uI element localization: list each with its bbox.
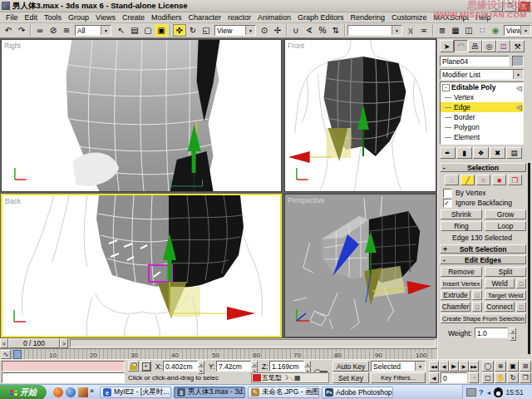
taskbar-item-photoshop[interactable]: Ps Adobe Photoshop — [322, 387, 393, 398]
min-max-toggle-button[interactable]: ❐ — [520, 372, 531, 383]
ime-keyboard-icon[interactable]: ▦ — [294, 374, 301, 382]
stack-row-edge-selected[interactable]: Edge◁ — [441, 102, 523, 112]
stack-row-border[interactable]: Border — [441, 112, 523, 122]
browser-quicklaunch-icon[interactable] — [66, 387, 76, 397]
weight-spinner[interactable]: ▴ ▾ — [510, 328, 516, 341]
make-unique-button[interactable]: ❖ — [473, 147, 489, 159]
weld-button[interactable]: Weld — [485, 278, 515, 288]
set-key-button[interactable]: Set Key — [332, 372, 369, 383]
curve-editor-button[interactable]: ▦ — [449, 24, 462, 37]
reference-coordinate-dropdown[interactable]: View ▼ — [214, 25, 256, 36]
select-and-rotate-button[interactable]: ↻ — [186, 24, 200, 37]
render-scene-button[interactable]: ◉ — [489, 24, 502, 37]
rollout-edit-edges[interactable]: - Edit Edges — [440, 255, 526, 264]
tab-modify[interactable]: ◠ — [454, 40, 468, 52]
viewport-label-perspective[interactable]: Perspective — [288, 196, 324, 204]
time-slider-handle[interactable] — [13, 350, 22, 359]
create-shape-button[interactable]: Create Shape From Selection — [441, 313, 526, 323]
viewport-perspective[interactable]: Perspective — [284, 194, 436, 337]
rollout-selection[interactable]: - Selection — [440, 163, 526, 172]
layer-manager-button[interactable]: ≣ — [436, 24, 449, 37]
minimize-button[interactable]: _ — [490, 1, 503, 12]
viewport-label-right[interactable]: Right — [4, 42, 21, 50]
modifier-list-dropdown[interactable]: Modifier List ▼ — [440, 69, 524, 80]
viewport-label-back[interactable]: Back — [5, 197, 21, 205]
ime-logo-icon[interactable] — [253, 374, 261, 382]
dropdown-arrow-icon[interactable]: ▼ — [520, 26, 530, 35]
maxscript-mini-listener-pink[interactable] — [2, 361, 125, 372]
stack-row-vertex[interactable]: Vertex — [441, 92, 523, 102]
ime-mode-label[interactable]: 五笔型 — [262, 373, 282, 382]
tab-create[interactable]: ➤ — [440, 40, 454, 52]
spinner-snap-button[interactable]: ⇅ — [329, 24, 342, 37]
auto-key-button[interactable]: Auto Key — [332, 361, 369, 372]
zoom-extents-all-button[interactable]: ⊞ — [520, 361, 531, 372]
panel-scrollbar[interactable] — [528, 163, 530, 354]
weight-field[interactable]: 1.0 — [475, 328, 508, 338]
dropdown-arrow-icon[interactable]: ▼ — [101, 26, 111, 35]
maxscript-mini-listener-white[interactable] — [2, 372, 125, 383]
printer-tray-icon[interactable] — [466, 388, 476, 397]
select-and-scale-button[interactable]: ◱ — [200, 24, 213, 37]
menu-character[interactable]: Character — [185, 13, 224, 22]
stack-row-polygon[interactable]: Polygon — [441, 122, 523, 132]
start-button[interactable]: 开始 — [0, 385, 47, 399]
help-tray-icon[interactable]: ? — [479, 388, 484, 397]
stack-row-editable-poly[interactable]: − Editable Poly ◁ — [441, 82, 523, 92]
schematic-view-button[interactable]: ◫ — [462, 24, 475, 37]
quicklaunch-more-icon[interactable]: » — [90, 387, 94, 395]
subobject-edge-button[interactable]: ╱ — [461, 175, 475, 185]
dropdown-arrow-icon[interactable]: ▼ — [513, 70, 523, 79]
menu-create[interactable]: Create — [119, 13, 148, 22]
selection-lock-toggle[interactable] — [128, 361, 139, 372]
tab-motion[interactable]: ◎ — [482, 40, 496, 52]
remove-modifier-button[interactable]: ✖ — [490, 147, 505, 159]
go-to-end-button[interactable]: ▶▶ — [469, 361, 479, 372]
y-coordinate-field[interactable]: 7.42cm — [216, 361, 251, 372]
snap-toggle-button[interactable]: ∪ — [289, 24, 303, 37]
qq-tray-icon[interactable] — [494, 387, 503, 397]
grow-button[interactable]: Grow — [485, 209, 526, 219]
connect-settings-button[interactable]: □ — [516, 302, 526, 312]
x-spinner[interactable]: ▴▾ — [198, 361, 204, 374]
absolute-mode-toggle[interactable]: + — [140, 361, 151, 372]
menu-views[interactable]: Views — [92, 13, 119, 22]
ime-punct-icon[interactable]: ·, — [289, 374, 293, 382]
ignore-backfacing-checkbox[interactable]: ✓ — [443, 199, 452, 208]
play-button[interactable]: ▶ — [449, 361, 459, 372]
dropdown-arrow-icon[interactable]: ▼ — [245, 26, 255, 35]
window-crossing-toggle[interactable]: ▣ — [155, 24, 168, 37]
time-slider-right-button[interactable]: > — [60, 338, 68, 348]
render-type-dropdown[interactable]: View ▼ — [504, 25, 531, 36]
chamfer-button[interactable]: Chamfer — [441, 302, 470, 312]
time-slider-track[interactable] — [70, 339, 436, 347]
dropdown-arrow-icon[interactable]: ▼ — [392, 26, 401, 35]
menu-edit[interactable]: Edit — [22, 13, 42, 22]
spin-down-icon[interactable]: ▾ — [198, 367, 204, 374]
connect-button[interactable]: Connect — [485, 302, 515, 312]
spin-down-icon[interactable]: ▾ — [510, 334, 516, 341]
time-configuration-button[interactable]: ◔ — [469, 372, 479, 383]
menu-file[interactable]: File — [2, 13, 22, 22]
zoom-button[interactable]: ◯ — [482, 361, 494, 372]
zoom-extents-button[interactable]: ▣ — [507, 361, 519, 372]
select-and-move-button[interactable]: ✜ — [173, 24, 186, 37]
time-slider-value[interactable]: 0 / 100 — [8, 338, 60, 348]
maximize-button[interactable]: ❐ — [504, 1, 516, 12]
select-object-button[interactable]: ↖ — [115, 24, 128, 37]
undo-button[interactable]: ↶ — [2, 24, 15, 37]
menu-graph-editors[interactable]: Graph Editors — [294, 13, 347, 22]
current-frame-field[interactable]: 0 — [441, 372, 467, 383]
subobject-border-button[interactable]: ○ — [476, 175, 490, 185]
spin-up-icon[interactable]: ▴ — [198, 361, 204, 367]
spin-up-icon[interactable]: ▴ — [304, 361, 311, 367]
viewport-back-active[interactable]: Back — [1, 194, 282, 337]
by-vertex-checkbox[interactable] — [443, 189, 452, 198]
menu-help[interactable]: Help — [472, 13, 495, 22]
menu-tools[interactable]: Tools — [41, 13, 65, 22]
redo-button[interactable]: ↷ — [15, 24, 28, 37]
mirror-button[interactable]: )( — [404, 24, 417, 37]
quicklaunch-app-icon[interactable] — [78, 387, 88, 397]
time-slider-left-button[interactable]: < — [0, 338, 8, 348]
subobject-vertex-button[interactable]: ∴ — [445, 175, 459, 185]
